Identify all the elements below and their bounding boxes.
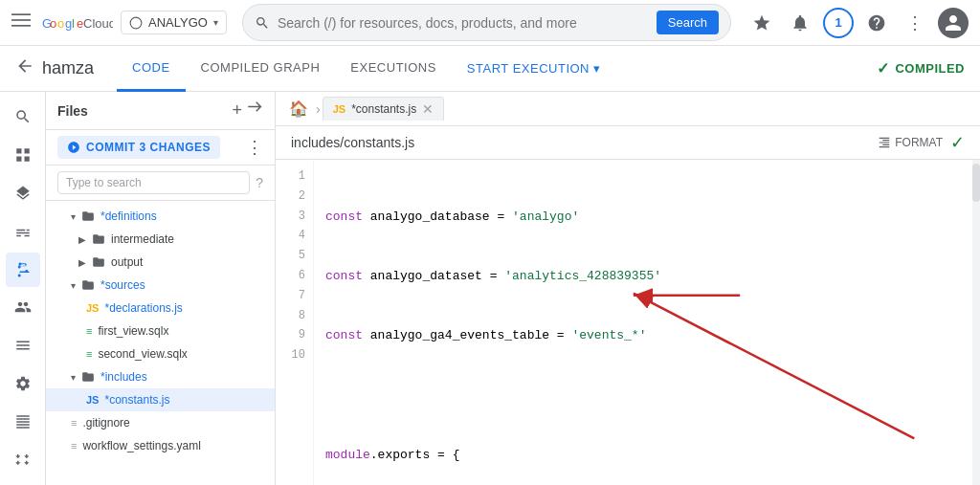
- svg-text:o: o: [57, 16, 64, 31]
- folder-name: *definitions: [100, 209, 157, 223]
- sidebar-icon-list[interactable]: [6, 328, 40, 363]
- sidebar-icon-search[interactable]: [6, 99, 40, 134]
- sidebar-icon-branch[interactable]: [6, 253, 40, 287]
- folder-icon: [81, 278, 95, 292]
- tree-file-first-view[interactable]: ≡ first_view.sqlx: [46, 320, 275, 342]
- format-icon: [878, 136, 891, 149]
- search-files-bar: ?: [46, 165, 275, 201]
- avatar[interactable]: [938, 8, 969, 38]
- file-path-bar: includes/constants.js FORMAT ✓: [276, 126, 980, 160]
- sidebar-icon-layers[interactable]: [6, 176, 40, 210]
- notification-badge[interactable]: 1: [823, 8, 854, 38]
- hamburger-icon[interactable]: [11, 11, 31, 34]
- folder-expand-arrow: ▾: [71, 372, 76, 383]
- commit-bar: COMMIT 3 CHANGES ⋮: [46, 130, 275, 165]
- search-button[interactable]: Search: [657, 11, 719, 34]
- search-icon: [255, 15, 270, 31]
- code-line-3: const analygo_ga4_events_table = 'events…: [325, 326, 961, 346]
- yaml-file-icon: ≡: [71, 440, 77, 452]
- second-nav: hamza CODE COMPILED GRAPH EXECUTIONS STA…: [0, 46, 980, 92]
- tab-code[interactable]: CODE: [117, 46, 186, 92]
- code-tab-constants[interactable]: JS *constants.js ✕: [323, 97, 445, 121]
- project-name: ANALYGO: [148, 15, 208, 30]
- tab-compiled-graph[interactable]: COMPILED GRAPH: [186, 46, 336, 92]
- tree-folder-output[interactable]: ▶ output: [46, 251, 275, 274]
- svg-rect-2: [11, 25, 31, 27]
- home-button[interactable]: 🏠: [283, 99, 314, 118]
- tree-file-second-view[interactable]: ≡ second_view.sqlx ⋮: [46, 342, 275, 365]
- svg-text:Cloud: Cloud: [83, 16, 113, 31]
- check-status-icon: ✓: [950, 132, 965, 153]
- folder-icon: [92, 255, 105, 269]
- scrollbar[interactable]: [972, 160, 980, 485]
- add-file-button[interactable]: +: [232, 100, 242, 121]
- sidebar-icon-table[interactable]: [6, 405, 40, 439]
- notification-count: 1: [835, 15, 841, 30]
- code-tabs: 🏠 › JS *constants.js ✕: [276, 92, 980, 126]
- tree-folder-intermediate[interactable]: ▶ intermediate: [46, 228, 275, 251]
- help-icon[interactable]: [861, 8, 892, 38]
- main-layout: Files + COMMIT 3 CHANGES ⋮ ? ▾: [0, 92, 980, 485]
- sidebar-icon-grid[interactable]: [6, 138, 40, 172]
- sql-file-icon: ≡: [86, 325, 92, 337]
- star-icon[interactable]: [746, 8, 777, 38]
- file-name: first_view.sqlx: [98, 324, 168, 338]
- commit-more-button[interactable]: ⋮: [246, 137, 263, 158]
- code-line-4: [325, 386, 961, 407]
- icon-sidebar: [0, 92, 46, 485]
- search-files-input[interactable]: [57, 171, 250, 194]
- folder-icon: [81, 370, 95, 384]
- notifications-icon[interactable]: [785, 8, 815, 38]
- scrollbar-thumb[interactable]: [972, 164, 980, 202]
- folder-expand-arrow: ▾: [71, 211, 76, 222]
- close-tab-button[interactable]: ✕: [422, 101, 434, 117]
- more-options-icon[interactable]: ⋮: [900, 8, 930, 38]
- file-name: second_view.sqlx: [98, 347, 187, 361]
- project-dropdown-icon: ▾: [213, 17, 218, 28]
- project-selector[interactable]: ANALYGO ▾: [121, 11, 227, 34]
- nav-actions: 1 ⋮: [746, 8, 969, 38]
- file-name: *declarations.js: [104, 301, 182, 315]
- format-button[interactable]: FORMAT: [878, 136, 943, 149]
- folder-icon: [92, 232, 105, 246]
- tree-file-workflow[interactable]: ≡ workflow_settings.yaml: [46, 434, 275, 457]
- file-panel-actions: +: [232, 99, 263, 121]
- file-path: includes/constants.js: [291, 135, 414, 150]
- folder-expand-arrow: ▾: [71, 280, 76, 291]
- tab-executions[interactable]: EXECUTIONS: [335, 46, 452, 92]
- code-content[interactable]: const analygo_database = 'analygo' const…: [314, 160, 972, 485]
- tree-file-gitignore[interactable]: ≡ .gitignore: [46, 411, 275, 434]
- code-line-5: module.exports = {: [325, 446, 961, 466]
- commit-button[interactable]: COMMIT 3 CHANGES: [57, 136, 220, 159]
- folder-icon: [81, 209, 95, 223]
- sidebar-icon-expand[interactable]: [6, 443, 40, 477]
- tree-file-declarations[interactable]: JS *declarations.js: [46, 297, 275, 320]
- tab-start-execution[interactable]: START EXECUTION ▾: [452, 46, 616, 92]
- tab-file-icon: JS: [333, 103, 345, 115]
- breadcrumb-sep: ›: [316, 101, 321, 117]
- search-help-icon[interactable]: ?: [256, 175, 263, 190]
- sql-file-icon: ≡: [86, 348, 92, 360]
- code-editor[interactable]: 1 2 3 4 5 6 7 8 9 10 const analygo_datab…: [276, 160, 980, 485]
- sidebar-icon-settings[interactable]: [6, 366, 40, 401]
- sidebar-icon-tune[interactable]: [6, 214, 40, 249]
- file-panel-header: Files +: [46, 92, 275, 130]
- tab-label: *constants.js: [351, 102, 416, 116]
- folder-name: intermediate: [111, 232, 174, 246]
- tree-folder-includes[interactable]: ▾ *includes: [46, 365, 275, 388]
- tree-file-constants[interactable]: JS *constants.js: [46, 388, 275, 411]
- line-numbers: 1 2 3 4 5 6 7 8 9 10: [276, 160, 314, 485]
- back-button[interactable]: [15, 56, 34, 80]
- commit-icon: [67, 141, 80, 154]
- sidebar-icon-people[interactable]: [6, 291, 40, 325]
- svg-rect-0: [11, 13, 31, 15]
- tree-folder-sources[interactable]: ▾ *sources: [46, 274, 275, 297]
- collapse-panel-button[interactable]: [246, 99, 263, 121]
- code-area: 🏠 › JS *constants.js ✕ includes/constant…: [276, 92, 980, 485]
- search-input[interactable]: [278, 15, 649, 31]
- js-file-icon: JS: [86, 302, 99, 314]
- file-name: .gitignore: [82, 416, 129, 430]
- compiled-label: COMPILED: [895, 61, 965, 76]
- tree-folder-definitions[interactable]: ▾ *definitions: [46, 205, 275, 228]
- svg-point-10: [130, 17, 142, 29]
